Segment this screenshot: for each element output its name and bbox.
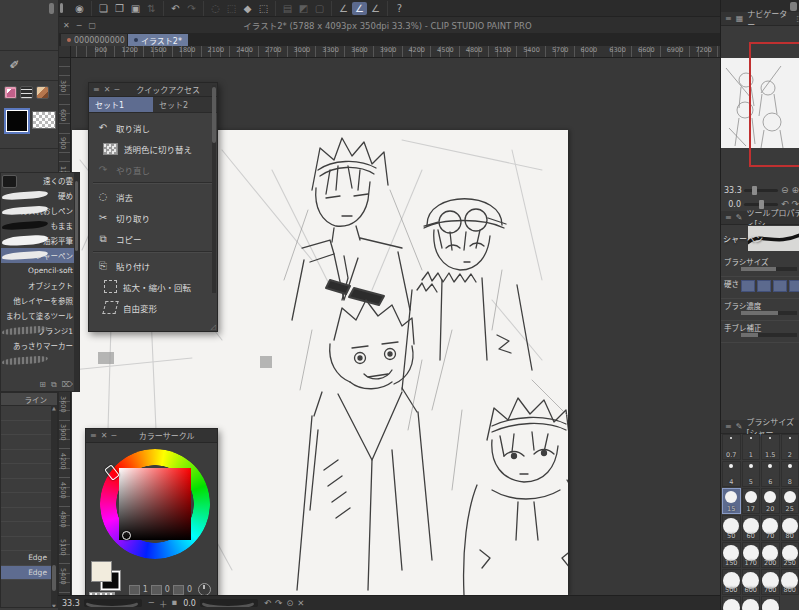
quick-access-item[interactable]: ◌消去: [89, 186, 217, 207]
toolbar-snap1-button[interactable]: ∠: [336, 2, 351, 15]
foreground-color-swatch[interactable]: [91, 561, 112, 582]
brush-size-500[interactable]: 500: [722, 569, 741, 595]
subtool-item-他レイヤーを参照[interactable]: 他レイヤーを参照: [1, 293, 79, 308]
tool-param-ブラシ濃度[interactable]: ブラシ濃度: [721, 298, 799, 321]
brush-size-25[interactable]: 25: [781, 488, 799, 514]
brush-size-0.7[interactable]: 0.7: [722, 434, 741, 460]
status-plus-icon[interactable]: ＋: [157, 597, 170, 609]
brush-size-80[interactable]: 80: [781, 515, 799, 541]
subtool-item-まわして塗るツール[interactable]: まわして塗るツール: [1, 308, 79, 323]
status-close-icon[interactable]: ✕: [295, 598, 306, 608]
brush-size-70[interactable]: 70: [761, 515, 780, 541]
toolbar-redo-button[interactable]: ↷: [184, 2, 199, 15]
panel-resize-grip[interactable]: ◿: [211, 323, 216, 331]
line-palette-scrollbar[interactable]: ▲ ▼: [51, 405, 57, 608]
dock-scroll-nub[interactable]: [49, 3, 54, 14]
line-tool-row[interactable]: [1, 522, 57, 537]
saturation-value-square[interactable]: [119, 468, 191, 540]
transparent-color-swatch[interactable]: [32, 111, 56, 129]
subtool-item[interactable]: [1, 353, 79, 368]
toolbar-save-button[interactable]: ▣: [128, 2, 143, 15]
status-rotation-slider[interactable]: [200, 599, 258, 607]
status-zoom-slider[interactable]: [84, 599, 142, 607]
subtool-item-遠くの雲[interactable]: 遠くの雲: [1, 173, 79, 188]
brush-size-50[interactable]: 50: [722, 515, 741, 541]
brush-size-5[interactable]: 5: [742, 461, 761, 487]
tab-line[interactable]: ライン: [1, 393, 57, 406]
quick-access-item[interactable]: ✂切り取り: [89, 207, 217, 228]
quick-access-item[interactable]: ↷やり直し: [89, 159, 217, 180]
duplicate-subtool-icon[interactable]: ⧉: [51, 380, 57, 390]
quick-access-item[interactable]: ⎘貼り付け: [89, 255, 217, 276]
brush-size-20[interactable]: 20: [761, 488, 780, 514]
eyedropper-tool-icon[interactable]: ✎: [8, 59, 22, 69]
brush-size-17[interactable]: 17: [742, 488, 761, 514]
subtool-item-もまま[interactable]: もまま: [1, 218, 79, 233]
brush-size-1500[interactable]: 1500: [722, 596, 741, 610]
status-rotation-value[interactable]: 0.0: [183, 599, 196, 608]
toolbar-spin-button[interactable]: ⇅: [144, 2, 159, 15]
document-tab-0[interactable]: 0000000000: [61, 34, 127, 46]
status-minus-icon[interactable]: −: [146, 597, 157, 609]
quick-access-tab-2[interactable]: セット2: [153, 97, 217, 112]
quick-access-item[interactable]: 自由変形: [89, 297, 217, 318]
brush-size-2000[interactable]: 2000: [761, 596, 780, 610]
navigator-rotation-value[interactable]: 0.0: [724, 200, 741, 209]
toolbar-grip[interactable]: [60, 3, 63, 13]
toolbar-undo-button[interactable]: ↶: [168, 2, 183, 15]
brush-size-800[interactable]: 800: [781, 569, 799, 595]
brush-size-60[interactable]: 60: [742, 515, 761, 541]
navigator-zoom-value[interactable]: 33.3: [724, 186, 741, 195]
panel-menu-icon[interactable]: ≡: [725, 422, 732, 431]
brush-size-700[interactable]: 700: [761, 569, 780, 595]
subtool-item-硬め[interactable]: 硬め: [1, 188, 79, 203]
brush-size-170[interactable]: 170: [742, 542, 761, 568]
subtool-item-グランジ1[interactable]: グランジ1: [1, 323, 79, 338]
subtool-item-オブジェクト[interactable]: オブジェクト: [1, 278, 79, 293]
brush-size-2[interactable]: 2: [781, 434, 799, 460]
panel-close-icon[interactable]: ✕: [104, 85, 111, 94]
status-reset-icon[interactable]: ⊙: [284, 598, 295, 608]
status-fit-icon[interactable]: ▪: [169, 597, 179, 609]
toolbar-help-button[interactable]: ?: [392, 2, 407, 15]
quick-access-tab-1[interactable]: セット1: [89, 97, 153, 112]
brush-size-200[interactable]: 200: [761, 542, 780, 568]
horizontal-ruler[interactable]: 9001200150018002100240027003000330036003…: [58, 46, 720, 58]
panel-menu-icon[interactable]: ≡: [725, 14, 732, 23]
panel-minimize-icon[interactable]: ─: [114, 85, 119, 94]
line-tool-row[interactable]: [1, 435, 57, 450]
toolbar-snap3-button[interactable]: ∠: [368, 2, 383, 15]
zoom-out-icon[interactable]: ⊖: [781, 185, 789, 195]
toolbar-select-button[interactable]: ⬚: [224, 2, 239, 15]
toolbar-fill-button[interactable]: ◆: [240, 2, 255, 15]
quick-access-scrollbar[interactable]: [212, 85, 216, 293]
brush-size-6[interactable]: 6: [761, 461, 780, 487]
line-tool-row[interactable]: [1, 493, 57, 508]
quick-access-item[interactable]: 透明色に切り替え: [89, 138, 217, 159]
line-tool-row[interactable]: [1, 421, 57, 436]
toolbar-logo-button[interactable]: ◉: [72, 2, 87, 15]
sv-cursor[interactable]: [122, 531, 131, 540]
toolbar-lasso-button[interactable]: ◌: [208, 2, 223, 15]
brush-size-250[interactable]: 250: [781, 542, 799, 568]
toolbar-snap2-button[interactable]: ∠: [352, 2, 367, 15]
tool-param-ブラシサイズ[interactable]: ブラシサイズ: [721, 254, 799, 277]
panel-minimize-icon[interactable]: ─: [111, 431, 116, 440]
status-rot-l-icon[interactable]: ↶: [262, 598, 273, 608]
brush-size-1.5[interactable]: 1.5: [761, 434, 780, 460]
artwork-material-icon[interactable]: [36, 86, 49, 99]
line-tool-row[interactable]: [1, 406, 57, 421]
line-tool-item-Edge[interactable]: Edge: [1, 566, 57, 581]
toolbar-grad-button[interactable]: ◩: [296, 2, 311, 15]
stripe-material-icon[interactable]: [20, 86, 33, 99]
brush-size-150[interactable]: 150: [722, 542, 741, 568]
line-tool-item-Edge[interactable]: Edge: [1, 551, 57, 566]
navigator-preview[interactable]: [721, 26, 799, 181]
brush-size-8[interactable]: 8: [781, 461, 799, 487]
toolbar-new-button[interactable]: ❏: [96, 2, 111, 15]
main-color-swatch[interactable]: [4, 108, 30, 134]
tool-param-手ブレ補正[interactable]: 手ブレ補正: [721, 320, 799, 343]
quick-access-item[interactable]: ↶取り消し: [89, 117, 217, 138]
subtool-item-あっさりマーカー[interactable]: あっさりマーカー: [1, 338, 79, 353]
line-tool-row[interactable]: [1, 479, 57, 494]
